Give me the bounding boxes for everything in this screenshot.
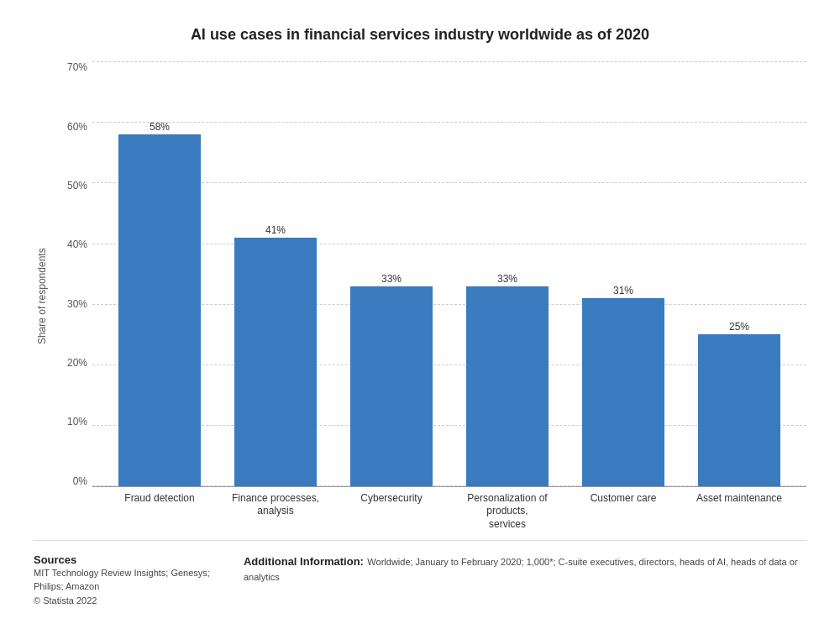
bar (582, 298, 664, 486)
y-axis-numbers: 70%60%50%40%30%20%10%0% (55, 61, 92, 486)
x-label: Cybersecurity (337, 487, 446, 532)
bar-value-label: 41% (265, 224, 286, 238)
chart-title: AI use cases in financial services indus… (34, 25, 806, 45)
x-labels: Fraud detectionFinance processes,analysi… (92, 487, 806, 532)
bar-group: 33% (453, 61, 562, 485)
bar-group: 41% (221, 61, 330, 485)
bar (466, 286, 549, 486)
y-tick-label: 60% (67, 121, 87, 133)
y-tick-label: 0% (73, 475, 87, 487)
bar-group: 33% (337, 61, 446, 485)
bar-group: 25% (685, 61, 794, 485)
x-label: Finance processes,analysis (221, 487, 330, 532)
bar-value-label: 33% (381, 273, 402, 286)
bar-value-label: 31% (613, 285, 633, 298)
chart-container: AI use cases in financial services indus… (0, 0, 840, 624)
x-label: Fraud detection (105, 487, 214, 532)
bars-container: 58%41%33%33%31%25% (92, 61, 806, 485)
bar-value-label: 58% (150, 121, 170, 134)
x-label: Personalization of products,services (453, 487, 562, 532)
y-tick-label: 30% (67, 298, 87, 310)
x-label: Customer care (569, 487, 678, 532)
footer-additional: Additional Information: Worldwide; Janua… (244, 553, 806, 608)
y-tick-label: 50% (67, 180, 87, 191)
footer-sources: Sources MIT Technology Review Insights; … (34, 553, 210, 608)
additional-heading: Additional Information: (244, 555, 364, 568)
y-tick-label: 20% (67, 357, 87, 369)
sources-heading: Sources (34, 553, 210, 566)
bar (118, 134, 201, 486)
plot-wrapper: 58%41%33%33%31%25% (92, 61, 806, 486)
x-label: Asset maintenance (685, 487, 794, 532)
y-tick-label: 70% (67, 61, 87, 73)
bar-value-label: 33% (497, 273, 517, 286)
plot-inner: 58%41%33%33%31%25% (92, 61, 806, 485)
footer: Sources MIT Technology Review Insights; … (34, 540, 806, 608)
bar-value-label: 25% (729, 321, 749, 334)
bar (698, 334, 780, 485)
chart-body: Share of respondents 70%60%50%40%30%20%1… (34, 61, 806, 531)
bar (234, 238, 317, 486)
y-tick-label: 40% (67, 239, 87, 250)
y-tick-label: 10% (67, 416, 87, 427)
bar-group: 31% (569, 61, 678, 485)
sources-text: MIT Technology Review Insights; Genesys;… (34, 566, 210, 608)
bar-group: 58% (105, 61, 214, 485)
y-axis-label: Share of respondents (34, 61, 50, 531)
bar (350, 286, 433, 486)
